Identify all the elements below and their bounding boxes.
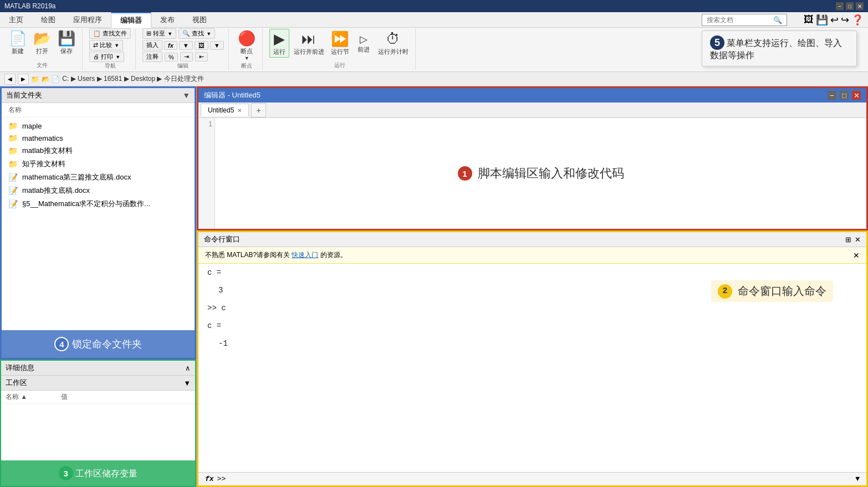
maximize-button[interactable]: □ <box>846 2 854 10</box>
notice-close-icon[interactable]: ✕ <box>853 251 860 260</box>
run-icon: ▶ <box>274 30 285 48</box>
main-content: 当前文件夹 ▼ 名称 📁 maple 📁 mathematics 📁 matla… <box>0 86 868 487</box>
find-dropdown-icon: ▼ <box>206 31 211 37</box>
workspace-col-name[interactable]: 名称 ▲ <box>6 392 61 402</box>
toolbar-icon-2[interactable]: 💾 <box>816 14 828 26</box>
filepath-icons2: 📂 📄 <box>42 75 60 83</box>
annotation-3-circle: 3 <box>59 466 73 480</box>
run-btn[interactable]: ▶ 运行 <box>269 29 289 58</box>
editor-max-btn[interactable]: □ <box>840 91 849 100</box>
compare-label: 比较 <box>100 42 112 48</box>
toolbar-icon-4[interactable]: ↪ <box>841 14 849 26</box>
filepath-text: C: ▶ Users ▶ 16581 ▶ Desktop ▶ 今日处理文件 <box>62 74 203 84</box>
editor-tabs: Untitled5 ✕ + <box>198 102 866 118</box>
run-advance-label: 运行并前进 <box>294 48 324 56</box>
minimize-button[interactable]: − <box>836 2 844 10</box>
editor-content[interactable]: 1 脚本编辑区输入和修改代码 <box>215 118 866 229</box>
scrollbar-down-icon[interactable]: ▼ <box>855 475 860 483</box>
file-browser-title: 当前文件夹 <box>6 90 42 100</box>
details-chevron[interactable]: ∧ <box>185 364 191 372</box>
editor-title: 编辑器 - Untitled5 <box>204 90 261 100</box>
item-name: matlab推文材料 <box>22 146 73 156</box>
goto-btn[interactable]: ⊞ 转至 ▼ <box>142 28 176 39</box>
fx-btn[interactable]: fx <box>164 41 177 50</box>
insert-btn[interactable]: 插入 <box>142 40 162 50</box>
indent-down-btn[interactable]: ⇤ <box>195 52 208 61</box>
command-close-icon[interactable]: ✕ <box>855 235 861 244</box>
prompt-icon: >> <box>217 475 226 483</box>
indent-up-btn[interactable]: ⇥ <box>180 52 193 61</box>
list-item[interactable]: 📁 matlab推文材料 <box>2 144 195 157</box>
bp-group-label: 断点 <box>241 62 252 71</box>
menu-home[interactable]: 主页 <box>0 12 32 27</box>
details-workspace-panel: 详细信息 ∧ 工作区 ▼ 名称 ▲ 值 3 工作区储存变量 <box>0 360 196 487</box>
find-btn[interactable]: 🔍 查找 ▼ <box>178 28 215 39</box>
workspace-header: 工作区 ▼ <box>1 376 195 391</box>
command-footer[interactable]: fx >> ▼ <box>198 472 866 485</box>
run-label: 运行 <box>273 48 285 56</box>
forward-button[interactable]: ▶ <box>18 74 29 85</box>
quick-start-link[interactable]: 快速入门 <box>292 251 318 259</box>
search-input[interactable] <box>707 16 773 24</box>
menu-apps[interactable]: 应用程序 <box>64 12 111 27</box>
breakpoint-btn[interactable]: 🔴 断点 ▼ <box>236 29 258 62</box>
open-button[interactable]: 📂 打开 <box>31 29 53 57</box>
find-file-btn[interactable]: 📋 查找文件 <box>89 28 131 39</box>
toolbar-icon-1[interactable]: 🖼 <box>804 14 814 25</box>
editor-tab-close-icon[interactable]: ✕ <box>237 107 242 114</box>
workspace-dropdown-icon[interactable]: ▼ <box>183 379 191 387</box>
file-browser-dropdown-icon[interactable]: ▼ <box>182 91 190 100</box>
run-section-btn[interactable]: ⏩ 运行节 <box>329 29 351 57</box>
list-item[interactable]: 📁 知乎推文材料 <box>2 157 195 171</box>
command-controls: ⊞ ✕ <box>845 235 861 244</box>
indent-btn[interactable]: % <box>165 53 178 61</box>
compare-btn[interactable]: ⇄ 比较 ▼ <box>89 40 123 50</box>
close-button[interactable]: ✕ <box>856 2 864 10</box>
file-group-label: 文件 <box>37 61 48 70</box>
list-item[interactable]: 📁 mathematics <box>2 132 195 144</box>
run-advance-btn[interactable]: ⏭ 运行并前进 <box>292 29 326 57</box>
new-button[interactable]: 📄 新建 <box>7 29 29 57</box>
editor-min-btn[interactable]: − <box>828 91 836 100</box>
command-content[interactable]: c = 3 >> c c = -1 2 命令窗口输入命令 <box>198 264 866 472</box>
list-item[interactable]: 📝 mathematica第三篇推文底稿.docx <box>2 171 195 184</box>
list-item[interactable]: 📁 maple <box>2 120 195 132</box>
run-time-btn[interactable]: ⏱ 运行并计时 <box>376 29 411 57</box>
cmd-line-9: -1 <box>207 339 857 348</box>
search-box[interactable]: 🔍 <box>702 14 787 26</box>
menu-publish[interactable]: 发布 <box>151 12 183 27</box>
menu-view[interactable]: 视图 <box>183 12 216 27</box>
img-dropdown-btn[interactable]: ▼ <box>210 41 224 50</box>
command-input[interactable] <box>229 475 852 483</box>
editor-close-btn[interactable]: ✕ <box>852 91 861 100</box>
save-label: 保存 <box>60 47 73 55</box>
item-name: §5__Mathematica求不定积分与函数作... <box>22 199 150 209</box>
toolbar-annotation-text: 菜单栏支持运行、绘图、导入数据等操作 <box>710 38 842 60</box>
details-title: 详细信息 <box>6 363 34 373</box>
window-controls: − □ ✕ <box>836 2 864 10</box>
back-button[interactable]: ◀ <box>4 74 16 85</box>
img-btn[interactable]: 🖼 <box>195 41 208 50</box>
workspace-title: 工作区 <box>6 378 27 388</box>
folder-icon: 📁 <box>8 134 18 142</box>
fx-dropdown-btn[interactable]: ▼ <box>179 41 193 50</box>
save-button[interactable]: 💾 保存 <box>55 29 78 57</box>
cmd-line-1: c = <box>207 268 857 277</box>
editor-tab-add[interactable]: + <box>251 103 265 117</box>
annotation-2-text: 命令窗口输入命令 <box>738 284 826 299</box>
cmd-line-8 <box>207 330 857 339</box>
toolbar-icon-3[interactable]: ↩ <box>830 14 839 26</box>
comment-btn[interactable]: 注释 <box>142 52 162 62</box>
item-name: 知乎推文材料 <box>22 159 65 169</box>
nav-row2: ⇄ 比较 ▼ <box>89 40 131 50</box>
editor-titlebar: 编辑器 - Untitled5 − □ ✕ <box>198 88 866 102</box>
list-item[interactable]: 📝 §5__Mathematica求不定积分与函数作... <box>2 197 195 211</box>
menu-plot[interactable]: 绘图 <box>32 12 64 27</box>
editor-tab-untitled5[interactable]: Untitled5 ✕ <box>201 104 249 116</box>
advance-btn[interactable]: ▷ 前进 <box>354 32 374 55</box>
menu-editor[interactable]: 编辑器 <box>111 12 151 28</box>
command-expand-icon[interactable]: ⊞ <box>845 235 851 244</box>
help-icon[interactable]: ❓ <box>851 14 864 26</box>
print-btn[interactable]: 🖨 打印 ▼ <box>89 52 124 62</box>
list-item[interactable]: 📝 matlab推文底稿.docx <box>2 184 195 197</box>
